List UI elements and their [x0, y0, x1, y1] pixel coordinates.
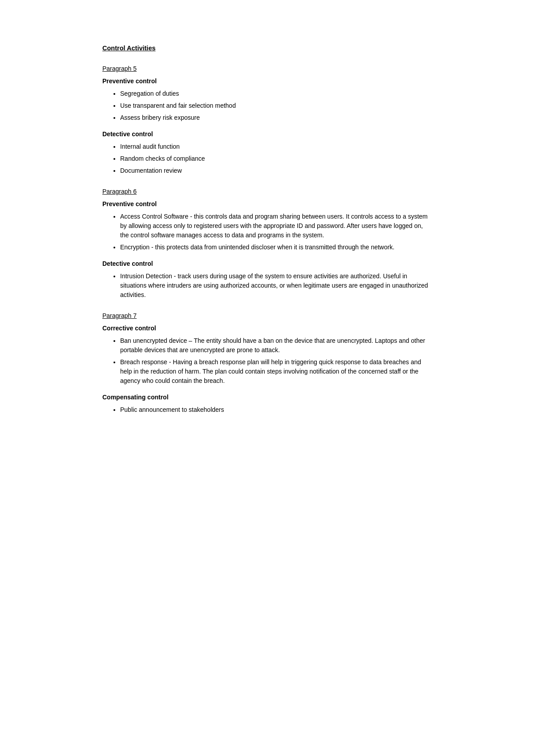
p5-preventive-list: Segregation of duties Use transparent an…: [102, 89, 432, 122]
list-item: Documentation review: [120, 166, 432, 175]
p5-detective-block: Detective control Internal audit functio…: [102, 130, 432, 175]
list-item: Access Control Software - this controls …: [120, 212, 432, 240]
p7-corrective-list: Ban unencrypted device – The entity shou…: [102, 336, 432, 386]
list-item: Segregation of duties: [120, 89, 432, 98]
list-item: Use transparent and fair selection metho…: [120, 101, 432, 110]
p6-detective-label: Detective control: [102, 260, 432, 267]
p6-preventive-list: Access Control Software - this controls …: [102, 212, 432, 252]
list-item: Internal audit function: [120, 142, 432, 151]
p7-corrective-label: Corrective control: [102, 325, 432, 332]
p6-detective-list: Intrusion Detection - track users during…: [102, 272, 432, 300]
p5-detective-label: Detective control: [102, 130, 432, 138]
p7-compensating-block: Compensating control Public announcement…: [102, 394, 432, 415]
p5-preventive-block: Preventive control Segregation of duties…: [102, 77, 432, 122]
p5-detective-list: Internal audit function Random checks of…: [102, 142, 432, 175]
p7-corrective-block: Corrective control Ban unencrypted devic…: [102, 325, 432, 386]
paragraph-7-heading: Paragraph 7: [102, 312, 432, 319]
list-item: Random checks of compliance: [120, 154, 432, 163]
list-item: Encryption - this protects data from uni…: [120, 243, 432, 252]
p6-detective-block: Detective control Intrusion Detection - …: [102, 260, 432, 300]
list-item: Public announcement to stakeholders: [120, 405, 432, 415]
section-title: Control Activities: [102, 45, 432, 52]
paragraph-5-section: Paragraph 5 Preventive control Segregati…: [102, 65, 432, 175]
p7-compensating-label: Compensating control: [102, 394, 432, 401]
p6-preventive-block: Preventive control Access Control Softwa…: [102, 200, 432, 252]
list-item: Breach response - Having a breach respon…: [120, 358, 432, 386]
list-item: Ban unencrypted device – The entity shou…: [120, 336, 432, 355]
paragraph-5-heading: Paragraph 5: [102, 65, 432, 72]
paragraph-6-heading: Paragraph 6: [102, 188, 432, 195]
p7-compensating-list: Public announcement to stakeholders: [102, 405, 432, 415]
paragraph-6-section: Paragraph 6 Preventive control Access Co…: [102, 188, 432, 300]
p5-preventive-label: Preventive control: [102, 77, 432, 85]
page-content: Control Activities Paragraph 5 Preventiv…: [67, 0, 467, 471]
list-item: Assess bribery risk exposure: [120, 113, 432, 122]
list-item: Intrusion Detection - track users during…: [120, 272, 432, 300]
p6-preventive-label: Preventive control: [102, 200, 432, 207]
paragraph-7-section: Paragraph 7 Corrective control Ban unenc…: [102, 312, 432, 415]
